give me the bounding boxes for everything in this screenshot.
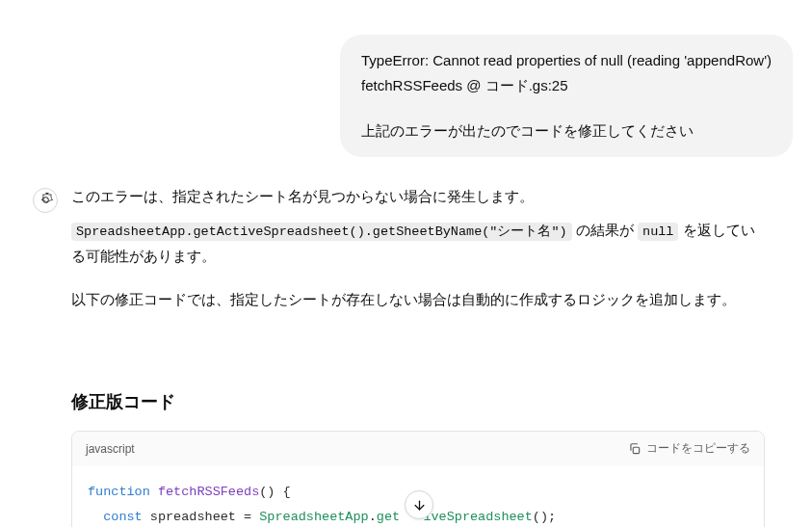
assistant-para-1: このエラーは、指定されたシート名が見つからない場合に発生します。 <box>71 184 765 209</box>
assistant-avatar-icon <box>33 188 58 213</box>
user-message-row: TypeError: Cannot read properties of nul… <box>19 35 793 157</box>
scroll-down-button[interactable] <box>405 490 433 519</box>
code-block-header: javascript コードをコピーする <box>72 432 764 466</box>
user-error-line-1: TypeError: Cannot read properties of nul… <box>361 48 772 73</box>
arrow-down-icon <box>412 498 427 513</box>
code-section-heading: 修正版コード <box>71 387 765 417</box>
inline-code-2: null <box>638 223 678 241</box>
copy-code-label: コードをコピーする <box>646 440 750 457</box>
code-language-label: javascript <box>86 439 135 459</box>
copy-code-button[interactable]: コードをコピーする <box>628 440 750 457</box>
user-error-line-2: fetchRSSFeeds @ コード.gs:25 <box>361 73 772 98</box>
assistant-message-row: このエラーは、指定されたシート名が見つからない場合に発生します。 Spreads… <box>19 184 793 528</box>
assistant-para-3: 以下の修正コードでは、指定したシートが存在しない場合は自動的に作成するロジックを… <box>71 287 765 312</box>
copy-icon <box>628 442 642 456</box>
inline-code-1: SpreadsheetApp.getActiveSpreadsheet().ge… <box>71 223 572 241</box>
svg-rect-1 <box>633 447 639 453</box>
user-message-bubble: TypeError: Cannot read properties of nul… <box>340 35 793 157</box>
assistant-message-body: このエラーは、指定されたシート名が見つからない場合に発生します。 Spreads… <box>71 184 765 528</box>
user-request-text: 上記のエラーが出たのでコードを修正してください <box>361 119 772 144</box>
assistant-para-2: SpreadsheetApp.getActiveSpreadsheet().ge… <box>71 218 765 268</box>
